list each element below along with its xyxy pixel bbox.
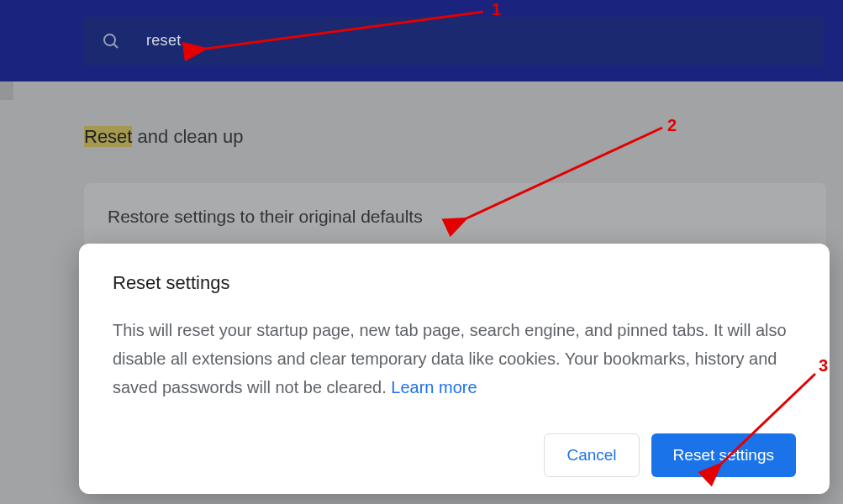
svg-line-1 [113,44,118,48]
cancel-button[interactable]: Cancel [544,433,639,477]
search-icon [101,31,121,51]
dialog-body: This will reset your startup page, new t… [113,316,796,402]
reset-settings-button[interactable]: Reset settings [651,433,796,477]
settings-search-box[interactable] [84,17,824,66]
search-input[interactable] [146,32,807,50]
settings-header [0,0,843,81]
dialog-title: Reset settings [113,272,796,294]
svg-point-0 [104,34,115,45]
learn-more-link[interactable]: Learn more [391,378,477,396]
dialog-actions: Cancel Reset settings [113,433,796,477]
reset-settings-dialog: Reset settings This will reset your star… [79,244,830,494]
